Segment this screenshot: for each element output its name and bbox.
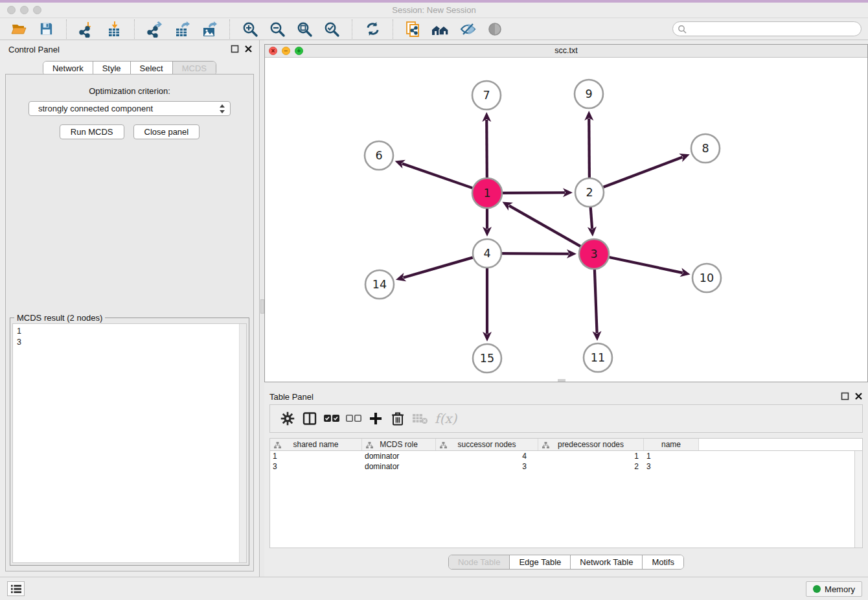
graph-node-3[interactable]: 3: [579, 239, 609, 269]
tab-node-table[interactable]: Node Table: [449, 555, 510, 569]
add-row-icon[interactable]: [365, 408, 387, 430]
zoom-out-icon[interactable]: [268, 19, 287, 39]
column-header-successor-nodes[interactable]: successor nodes: [436, 439, 538, 450]
cell-MCDS-role[interactable]: dominator: [362, 461, 436, 472]
graph-node-9[interactable]: 9: [575, 80, 603, 108]
dropdown-stepper-icon: [219, 104, 225, 114]
settings-gear-icon[interactable]: [277, 408, 299, 430]
window-resize-handle[interactable]: [558, 379, 565, 382]
export-table-icon[interactable]: [172, 19, 192, 39]
panel-splitter[interactable]: [259, 40, 264, 577]
export-image-icon[interactable]: [200, 19, 219, 39]
column-header-shared-name[interactable]: shared name: [270, 439, 362, 450]
mcds-result-text[interactable]: 1 3: [12, 323, 247, 563]
graph-node-15[interactable]: 15: [473, 344, 501, 373]
edge-2-8[interactable]: [604, 157, 683, 187]
tab-mcds[interactable]: MCDS: [173, 62, 216, 75]
toggle-column-view-icon[interactable]: [299, 408, 321, 430]
column-header-predecessor-nodes[interactable]: predecessor nodes: [538, 439, 644, 450]
cell-shared-name[interactable]: 1: [270, 451, 362, 461]
delete-rows-icon[interactable]: [387, 408, 409, 430]
graph-node-6[interactable]: 6: [365, 141, 393, 170]
memory-button[interactable]: Memory: [806, 581, 862, 597]
graph-node-10[interactable]: 10: [692, 264, 721, 292]
deselect-all-columns-icon[interactable]: [343, 408, 365, 430]
import-network-icon[interactable]: [77, 19, 97, 39]
network-from-selection-icon[interactable]: [404, 19, 423, 39]
control-panel-title: Control Panel: [8, 45, 60, 54]
graph-node-4[interactable]: 4: [473, 239, 501, 268]
function-builder-icon: f(x): [435, 411, 457, 426]
control-panel-header: Control Panel: [0, 40, 259, 58]
graph-node-7[interactable]: 7: [472, 81, 501, 110]
show-all-icon[interactable]: [485, 19, 505, 39]
run-mcds-button[interactable]: Run MCDS: [60, 124, 124, 139]
tab-style[interactable]: Style: [93, 62, 131, 75]
import-table-icon[interactable]: [104, 19, 124, 39]
cell-shared-name[interactable]: 3: [270, 461, 362, 472]
select-all-columns-icon[interactable]: [321, 408, 343, 430]
control-panel: Control Panel NetworkStyleSelectMCDS Opt…: [0, 40, 259, 577]
edge-1-6[interactable]: [402, 163, 472, 188]
graph-node-1[interactable]: 1: [472, 178, 502, 208]
edge-4-14[interactable]: [404, 257, 473, 277]
cell-name[interactable]: 1: [644, 451, 699, 461]
cell-predecessor-nodes[interactable]: 1: [538, 451, 644, 461]
session-title: Session: New Session: [0, 5, 868, 15]
save-session-icon[interactable]: [36, 19, 56, 39]
edge-1-2[interactable]: [503, 192, 565, 193]
cell-MCDS-role[interactable]: dominator: [362, 451, 436, 461]
hide-selected-icon[interactable]: [458, 19, 477, 39]
column-header-name[interactable]: name: [644, 439, 699, 450]
table-header-row: shared nameMCDS rolesuccessor nodesprede…: [270, 439, 862, 451]
float-table-panel-icon[interactable]: [841, 392, 849, 400]
tab-select[interactable]: Select: [131, 62, 173, 75]
first-neighbors-icon[interactable]: [431, 19, 450, 39]
column-header-MCDS-role[interactable]: MCDS role: [362, 439, 436, 450]
table-panel-header: Table Panel: [264, 387, 868, 406]
edge-3-11[interactable]: [595, 270, 597, 333]
toolbar-separator: [134, 19, 135, 39]
zoom-selected-icon[interactable]: [322, 19, 341, 39]
result-scrollbar[interactable]: [239, 324, 246, 562]
edge-3-1[interactable]: [509, 205, 580, 246]
cell-successor-nodes[interactable]: 3: [436, 461, 538, 472]
task-history-button[interactable]: [7, 581, 25, 596]
close-table-panel-icon[interactable]: [854, 392, 863, 400]
edge-2-9[interactable]: [589, 119, 589, 178]
svg-text:1: 1: [483, 187, 490, 200]
tab-network-table[interactable]: Network Table: [571, 555, 643, 569]
network-canvas[interactable]: 1234678910111415: [265, 58, 867, 382]
edge-4-3[interactable]: [502, 253, 569, 254]
cell-successor-nodes[interactable]: 4: [436, 451, 538, 461]
edge-2-3[interactable]: [591, 207, 592, 229]
tab-network[interactable]: Network: [43, 62, 93, 75]
graph-node-14[interactable]: 14: [365, 270, 394, 299]
svg-text:15: 15: [480, 352, 494, 365]
open-file-icon[interactable]: [9, 19, 29, 39]
refresh-layout-icon[interactable]: [363, 19, 382, 39]
search-input[interactable]: [672, 21, 862, 36]
edge-1-7[interactable]: [486, 120, 487, 178]
zoom-fit-icon[interactable]: [295, 19, 314, 39]
cell-predecessor-nodes[interactable]: 2: [538, 461, 644, 472]
tab-edge-table[interactable]: Edge Table: [510, 555, 571, 569]
graph-node-2[interactable]: 2: [575, 178, 604, 207]
close-panel-icon[interactable]: [244, 45, 253, 53]
close-panel-button[interactable]: Close panel: [133, 124, 200, 139]
search-field: [672, 21, 862, 36]
tab-motifs[interactable]: Motifs: [643, 555, 683, 569]
table-scrollbar[interactable]: [854, 451, 862, 548]
zoom-in-icon[interactable]: [240, 19, 260, 39]
export-network-icon[interactable]: [145, 19, 165, 39]
cell-name[interactable]: 3: [644, 461, 699, 472]
table-row[interactable]: 3dominator323: [270, 461, 862, 472]
edge-3-10[interactable]: [609, 257, 682, 273]
optimization-criterion-dropdown[interactable]: strongly connected component: [29, 101, 231, 116]
float-panel-icon[interactable]: [231, 45, 239, 53]
table-row[interactable]: 1dominator411: [270, 451, 862, 461]
graph-node-8[interactable]: 8: [691, 134, 720, 163]
memory-status-icon: [813, 585, 821, 593]
graph-node-11[interactable]: 11: [584, 343, 612, 372]
svg-text:9: 9: [585, 87, 592, 100]
